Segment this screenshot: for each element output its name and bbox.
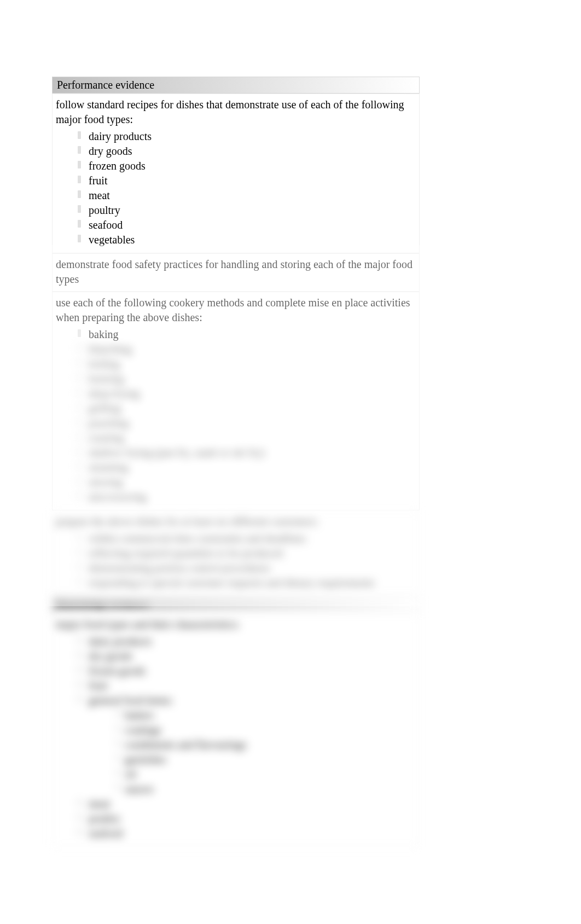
list-item: within commercial time constraints and d… [78, 531, 416, 546]
section-header-performance: Performance evidence [52, 77, 420, 94]
list-item: shallow frying (pan fry, sauté or stir f… [78, 445, 416, 460]
list-item-label: condiments and flavourings [125, 739, 246, 751]
list-item: garnishes [116, 752, 416, 767]
list-item-label: frozen goods [89, 160, 146, 172]
section-header-knowledge: Knowledge evidence [52, 596, 420, 613]
list-item: poaching [78, 416, 416, 431]
list-item: seafood [78, 826, 416, 841]
list-item: frozen goods [78, 664, 416, 678]
list-item-label: within commercial time constraints and d… [89, 532, 306, 544]
list-item-label: poultry [89, 812, 120, 824]
list-item: baking [78, 327, 416, 342]
list-item: poultry [78, 811, 416, 826]
section-header-label: Performance evidence [57, 79, 154, 91]
list-item-label: roasting [89, 432, 124, 444]
pe-block-2: demonstrate food safety practices for ha… [52, 253, 420, 292]
list-item: steaming [78, 460, 416, 475]
list-item-label: oil [125, 768, 136, 780]
pe-block-1: follow standard recipes for dishes that … [52, 94, 420, 253]
list-item-label: garnishes [125, 753, 166, 765]
list-item-label: boiling [89, 358, 120, 370]
list-item-label: microwaving [89, 491, 147, 503]
list-item: vegetables [78, 233, 416, 247]
pe-intro-3: use each of the following cookery method… [56, 295, 416, 325]
list-item-label: dry goods [89, 650, 132, 662]
list-item: dry goods [78, 649, 416, 664]
list-item-label: vegetables [89, 234, 135, 246]
list-item: boiling [78, 357, 416, 371]
list-item-label: sauces [125, 783, 153, 795]
list-item-label: blanching [89, 343, 132, 355]
ke-block-1: major food types and their characteristi… [52, 613, 420, 847]
pe-block-4: prepare the above dishes for at least si… [52, 510, 420, 596]
ke-intro-1: major food types and their characteristi… [56, 617, 416, 632]
list-item: demonstrating portion control procedures [78, 561, 416, 576]
list-item: oil [116, 767, 416, 782]
list-item: meat [78, 797, 416, 811]
list-item: braising [78, 371, 416, 386]
list-item-label: dry goods [89, 145, 132, 157]
list-item-label: meat [89, 798, 110, 810]
list-item: general food items: batters coatings con… [78, 693, 416, 797]
section-header-label: Knowledge evidence [57, 598, 149, 611]
ke-list-1: dairy products dry goods frozen goods fr… [56, 634, 416, 841]
list-item-label: demonstrating portion control procedures [89, 562, 270, 574]
list-item-label: seafood [89, 827, 123, 839]
list-item-label: grilling [89, 402, 121, 414]
pe-block-3: use each of the following cookery method… [52, 292, 420, 510]
list-item: reflecting required quantities to be pro… [78, 546, 416, 561]
list-item-label: baking [89, 328, 118, 340]
list-item-label: meat [89, 189, 110, 201]
list-item-label: fruit [89, 175, 107, 187]
list-item: dairy products [78, 129, 416, 144]
list-item-label: coatings [125, 724, 161, 736]
list-item: sauces [116, 782, 416, 797]
ke-sublist: batters coatings condiments and flavouri… [89, 708, 416, 797]
list-item: meat [78, 188, 416, 203]
list-item: fruit [78, 678, 416, 693]
pe-list-4: within commercial time constraints and d… [56, 531, 416, 590]
list-item-label: stewing [89, 476, 123, 488]
document-page: Performance evidence follow standard rec… [52, 77, 420, 847]
list-item-label: steaming [89, 461, 128, 473]
list-item-label: batters [125, 709, 154, 721]
list-item: fruit [78, 173, 416, 188]
list-item: microwaving [78, 490, 416, 504]
list-item-label: poaching [89, 417, 129, 429]
list-item-label: reflecting required quantities to be pro… [89, 547, 283, 559]
list-item-label: responding to special customer requests … [89, 577, 375, 589]
list-item: deep-frying [78, 386, 416, 401]
list-item: blanching [78, 342, 416, 357]
list-item-label: poultry [89, 204, 120, 216]
list-item: dairy products [78, 634, 416, 649]
list-item: stewing [78, 475, 416, 490]
list-item: poultry [78, 203, 416, 218]
pe-intro-4: prepare the above dishes for at least si… [56, 514, 416, 529]
list-item-label: general food items: [89, 694, 173, 706]
list-item: roasting [78, 431, 416, 445]
list-item-label: seafood [89, 219, 123, 231]
pe-list-3: baking blanching boiling braising deep-f… [56, 327, 416, 504]
list-item-label: braising [89, 373, 124, 385]
list-item: batters [116, 708, 416, 723]
list-item-label: dairy products [89, 635, 152, 647]
list-item: frozen goods [78, 159, 416, 173]
list-item: responding to special customer requests … [78, 576, 416, 590]
list-item-label: frozen goods [89, 665, 146, 677]
list-item: condiments and flavourings [116, 737, 416, 752]
list-item: seafood [78, 218, 416, 233]
pe-intro-2: demonstrate food safety practices for ha… [56, 257, 416, 287]
list-item: dry goods [78, 144, 416, 159]
list-item-label: fruit [89, 679, 107, 691]
list-item-label: deep-frying [89, 387, 140, 399]
pe-intro-1: follow standard recipes for dishes that … [56, 97, 416, 127]
list-item-label: shallow frying (pan fry, sauté or stir f… [89, 446, 265, 458]
list-item: coatings [116, 723, 416, 737]
pe-list-1: dairy products dry goods frozen goods fr… [56, 129, 416, 247]
list-item-label: dairy products [89, 130, 152, 142]
list-item: grilling [78, 401, 416, 416]
